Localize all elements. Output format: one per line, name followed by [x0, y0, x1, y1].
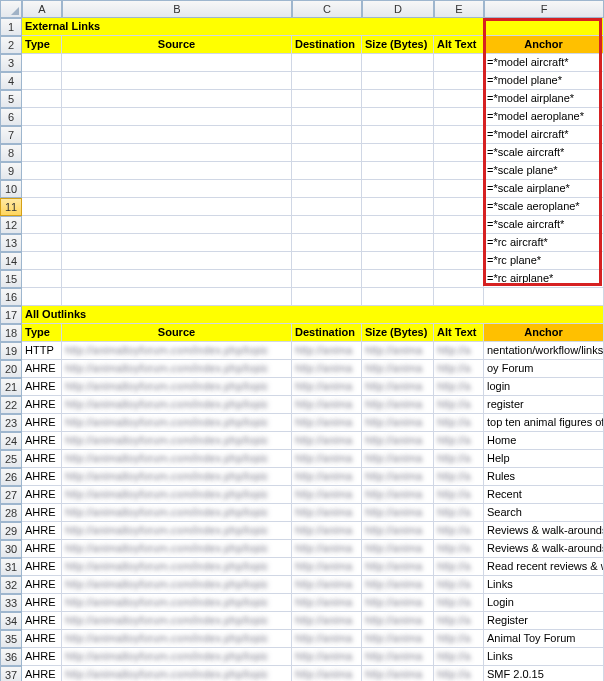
cell[interactable] [292, 252, 362, 270]
cell-type[interactable]: AHRE [22, 648, 62, 666]
cell[interactable] [362, 162, 434, 180]
cell-size-blurred[interactable]: http://anima [362, 360, 434, 378]
cell-alt-blurred[interactable]: http://a [434, 576, 484, 594]
cell-alt-blurred[interactable]: http://a [434, 432, 484, 450]
cell-anchor[interactable]: Search [484, 504, 604, 522]
cell-source-blurred[interactable]: http://animaltoyforum.com/index.php/topi… [62, 540, 292, 558]
cell-destination-blurred[interactable]: http://anima [292, 342, 362, 360]
cell[interactable] [434, 108, 484, 126]
cell[interactable] [292, 162, 362, 180]
cell[interactable] [62, 270, 292, 288]
cell-alt-blurred[interactable]: http://a [434, 450, 484, 468]
anchor-formula[interactable]: =*model plane* [484, 72, 604, 90]
cell-size-blurred[interactable]: http://anima [362, 630, 434, 648]
anchor-formula[interactable]: =*scale plane* [484, 162, 604, 180]
cell-destination-blurred[interactable]: http://anima [292, 450, 362, 468]
cell-type[interactable]: AHRE [22, 612, 62, 630]
cell[interactable] [434, 126, 484, 144]
cell-alt-blurred[interactable]: http://a [434, 396, 484, 414]
header-destination[interactable]: Destination [292, 36, 362, 54]
cell-type[interactable]: AHRE [22, 378, 62, 396]
cell[interactable] [22, 90, 62, 108]
cell-alt-blurred[interactable]: http://a [434, 612, 484, 630]
cell-source-blurred[interactable]: http://animaltoyforum.com/index.php/topi… [62, 468, 292, 486]
row-header-30[interactable]: 30 [0, 540, 22, 558]
cell-destination-blurred[interactable]: http://anima [292, 396, 362, 414]
cell-anchor[interactable]: register [484, 396, 604, 414]
cell-destination-blurred[interactable]: http://anima [292, 594, 362, 612]
row-header-33[interactable]: 33 [0, 594, 22, 612]
cell-source-blurred[interactable]: http://animaltoyforum.com/index.php/topi… [62, 396, 292, 414]
cell-source-blurred[interactable]: http://animaltoyforum.com/index.php/topi… [62, 378, 292, 396]
cell-type[interactable]: AHRE [22, 594, 62, 612]
cell[interactable] [362, 198, 434, 216]
cell[interactable] [62, 180, 292, 198]
cell[interactable] [62, 198, 292, 216]
row-header-10[interactable]: 10 [0, 180, 22, 198]
anchor-formula[interactable]: =*scale aircraft* [484, 144, 604, 162]
cell-anchor[interactable]: Reviews & walk-arounds [484, 522, 604, 540]
cell-anchor[interactable]: Register [484, 612, 604, 630]
cell-alt-blurred[interactable]: http://a [434, 648, 484, 666]
section-title-external-links[interactable]: External Links [22, 18, 604, 36]
anchor-formula[interactable]: =*rc plane* [484, 252, 604, 270]
cell[interactable] [292, 144, 362, 162]
row-header-18[interactable]: 18 [0, 324, 22, 342]
header-source[interactable]: Source [62, 324, 292, 342]
cell-anchor[interactable]: Reviews & walk-arounds [484, 540, 604, 558]
row-header-36[interactable]: 36 [0, 648, 22, 666]
row-header-23[interactable]: 23 [0, 414, 22, 432]
column-header-B[interactable]: B [62, 0, 292, 18]
row-header-4[interactable]: 4 [0, 72, 22, 90]
cell-alt-blurred[interactable]: http://a [434, 594, 484, 612]
row-header-17[interactable]: 17 [0, 306, 22, 324]
row-header-16[interactable]: 16 [0, 288, 22, 306]
cell[interactable] [434, 198, 484, 216]
cell-destination-blurred[interactable]: http://anima [292, 378, 362, 396]
cell-anchor[interactable]: top ten animal figures of [484, 414, 604, 432]
cell[interactable] [292, 126, 362, 144]
cell-type[interactable]: AHRE [22, 540, 62, 558]
cell-type[interactable]: AHRE [22, 360, 62, 378]
cell-type[interactable]: AHRE [22, 432, 62, 450]
cell[interactable] [292, 216, 362, 234]
cell[interactable] [362, 90, 434, 108]
cell-type[interactable]: AHRE [22, 522, 62, 540]
row-header-29[interactable]: 29 [0, 522, 22, 540]
row-header-3[interactable]: 3 [0, 54, 22, 72]
cell-size-blurred[interactable]: http://anima [362, 468, 434, 486]
cell[interactable] [62, 162, 292, 180]
row-header-2[interactable]: 2 [0, 36, 22, 54]
anchor-formula[interactable]: =*scale aircraft* [484, 216, 604, 234]
row-header-7[interactable]: 7 [0, 126, 22, 144]
row-header-35[interactable]: 35 [0, 630, 22, 648]
cell-destination-blurred[interactable]: http://anima [292, 666, 362, 681]
cell[interactable] [22, 198, 62, 216]
row-header-14[interactable]: 14 [0, 252, 22, 270]
cell[interactable] [62, 54, 292, 72]
cell[interactable] [434, 270, 484, 288]
cell[interactable] [362, 252, 434, 270]
cell[interactable] [434, 72, 484, 90]
cell-size-blurred[interactable]: http://anima [362, 378, 434, 396]
anchor-formula[interactable]: =*scale airplane* [484, 180, 604, 198]
header-destination[interactable]: Destination [292, 324, 362, 342]
cell-anchor[interactable]: Home [484, 432, 604, 450]
cell-size-blurred[interactable]: http://anima [362, 558, 434, 576]
cell-anchor[interactable]: Links [484, 576, 604, 594]
cell[interactable] [292, 270, 362, 288]
anchor-formula[interactable]: =*model aircraft* [484, 54, 604, 72]
cell[interactable] [434, 252, 484, 270]
cell-source-blurred[interactable]: http://animaltoyforum.com/index.php/topi… [62, 450, 292, 468]
anchor-formula[interactable]: =*model aircraft* [484, 126, 604, 144]
anchor-formula[interactable]: =*model aeroplane* [484, 108, 604, 126]
row-header-22[interactable]: 22 [0, 396, 22, 414]
header-type[interactable]: Type [22, 324, 62, 342]
cell-destination-blurred[interactable]: http://anima [292, 468, 362, 486]
cell[interactable] [22, 108, 62, 126]
header-anchor[interactable]: Anchor [484, 36, 604, 54]
header-source[interactable]: Source [62, 36, 292, 54]
cell-type[interactable]: AHRE [22, 630, 62, 648]
cell-source-blurred[interactable]: http://animaltoyforum.com/index.php/topi… [62, 594, 292, 612]
cell[interactable] [292, 72, 362, 90]
